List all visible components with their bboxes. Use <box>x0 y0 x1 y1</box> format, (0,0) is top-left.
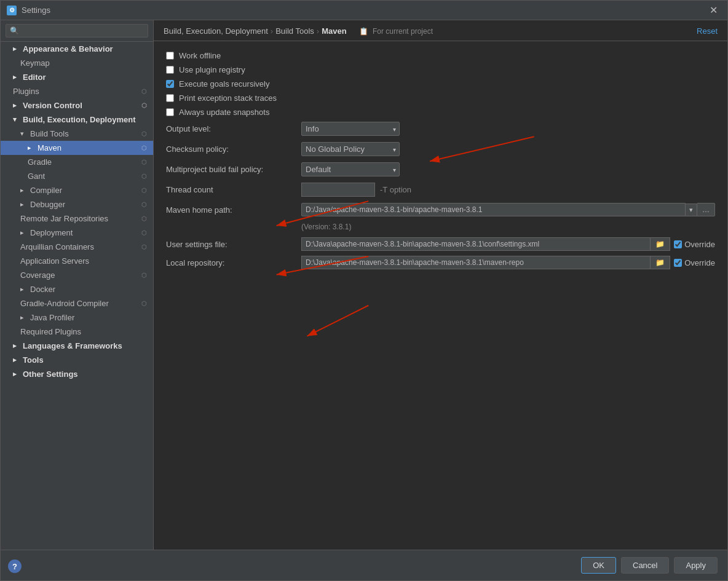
sidebar-item-deployment[interactable]: ▸ Deployment ⬡ <box>1 226 153 240</box>
maven-home-path-label: Maven home path: <box>166 205 301 215</box>
output-level-label: Output level: <box>166 124 301 133</box>
apply-button[interactable]: Apply <box>674 557 718 574</box>
expand-icon-compiler: ▸ <box>20 186 28 194</box>
always-update-label: Always update snapshots <box>179 108 269 117</box>
compiler-badge: ⬡ <box>140 186 148 195</box>
user-settings-file-input[interactable] <box>301 237 651 251</box>
expand-icon-docker: ▸ <box>20 285 28 293</box>
sidebar-item-editor[interactable]: ▸ Editor <box>1 70 153 84</box>
breadcrumb-path: Build, Execution, Deployment › Build Too… <box>164 26 433 36</box>
local-repository-label: Local repository: <box>166 258 301 267</box>
checksum-policy-select-wrapper: No Global Policy Fail Warn Ignore <box>301 142 400 156</box>
checksum-policy-row: Checksum policy: No Global Policy Fail W… <box>166 142 715 156</box>
maven-home-path-controls: ▾ … <box>301 203 715 216</box>
always-update-checkbox[interactable] <box>166 108 174 116</box>
output-level-select[interactable]: Info Debug Error Warning <box>301 122 400 136</box>
checkbox-execute-goals: Execute goals recursively <box>166 79 715 89</box>
expand-icon-vc: ▸ <box>13 101 20 109</box>
output-level-select-wrapper: Info Debug Error Warning <box>301 122 400 136</box>
main-panel: Build, Execution, Deployment › Build Too… <box>154 20 727 550</box>
user-settings-override-checkbox[interactable] <box>674 240 682 248</box>
app-icon: ⚙ <box>7 6 17 15</box>
sidebar-item-keymap[interactable]: Keymap <box>1 56 153 70</box>
expand-icon-bed: ▾ <box>13 116 20 124</box>
execute-goals-checkbox[interactable] <box>166 80 174 88</box>
sidebar-item-plugins[interactable]: Plugins ⬡ <box>1 84 153 98</box>
for-current-project: 📋 For current project <box>359 27 433 36</box>
output-level-row: Output level: Info Debug Error Warning <box>166 122 715 136</box>
sidebar-item-languages[interactable]: ▸ Languages & Frameworks <box>1 339 153 353</box>
form-area: Work offline Use plugin registry Execute… <box>154 41 727 550</box>
multiproject-policy-select[interactable]: Default Fail at End Fail Fast Never Fail <box>301 162 400 176</box>
gradle-android-badge: ⬡ <box>140 299 148 308</box>
local-repository-override-label: Override <box>684 258 715 267</box>
sidebar-item-remote-jar[interactable]: Remote Jar Repositories ⬡ <box>1 211 153 226</box>
expand-icon-bt: ▾ <box>20 130 28 138</box>
sidebar-item-docker[interactable]: ▸ Docker <box>1 282 153 296</box>
sidebar-item-debugger[interactable]: ▸ Debugger ⬡ <box>1 197 153 211</box>
local-repository-row: Local repository: 📁 Override <box>166 256 715 269</box>
gant-badge: ⬡ <box>140 172 148 181</box>
local-repository-browse-button[interactable]: 📁 <box>651 256 670 269</box>
expand-icon: ▸ <box>13 45 20 53</box>
vc-badge: ⬡ <box>140 101 148 110</box>
close-button[interactable]: ✕ <box>706 3 721 17</box>
local-repository-override-checkbox[interactable] <box>674 259 682 267</box>
svg-line-3 <box>307 306 368 336</box>
expand-icon-other: ▸ <box>13 370 20 378</box>
bt-badge: ⬡ <box>140 130 148 138</box>
breadcrumb-part2: Build Tools <box>275 26 314 36</box>
maven-home-path-row: Maven home path: ▾ … <box>166 203 715 216</box>
sidebar-item-gradle-android[interactable]: Gradle-Android Compiler ⬡ <box>1 296 153 310</box>
sidebar-item-tools[interactable]: ▸ Tools <box>1 353 153 367</box>
sidebar-item-other-settings[interactable]: ▸ Other Settings <box>1 367 153 381</box>
sidebar-item-maven[interactable]: ▸ Maven ⬡ <box>1 141 153 155</box>
breadcrumb-part3: Maven <box>322 26 346 36</box>
sidebar-item-required-plugins[interactable]: Required Plugins <box>1 325 153 339</box>
sidebar-item-compiler[interactable]: ▸ Compiler ⬡ <box>1 183 153 197</box>
help-button[interactable]: ? <box>8 559 22 573</box>
sidebar-item-build-exec-deploy[interactable]: ▾ Build, Execution, Deployment <box>1 113 153 127</box>
checkbox-always-update: Always update snapshots <box>166 108 715 117</box>
user-settings-file-browse-button[interactable]: 📁 <box>651 237 670 251</box>
sidebar-item-version-control[interactable]: ▸ Version Control ⬡ <box>1 98 153 113</box>
checkbox-print-exceptions: Print exception stack traces <box>166 93 715 103</box>
breadcrumb-sep1: › <box>271 26 273 36</box>
sidebar-item-java-profiler[interactable]: ▸ Java Profiler <box>1 310 153 325</box>
sidebar-item-coverage[interactable]: Coverage ⬡ <box>1 268 153 282</box>
maven-home-path-browse-button[interactable]: … <box>697 203 715 216</box>
maven-home-path-input[interactable] <box>301 203 686 216</box>
debugger-badge: ⬡ <box>140 200 148 209</box>
sidebar-item-build-tools[interactable]: ▾ Build Tools ⬡ <box>1 127 153 141</box>
expand-icon-editor: ▸ <box>13 73 20 81</box>
sidebar-item-appearance[interactable]: ▸ Appearance & Behavior <box>1 42 153 56</box>
work-offline-label: Work offline <box>179 51 221 60</box>
print-exceptions-label: Print exception stack traces <box>179 93 277 103</box>
local-repository-input[interactable] <box>301 256 651 269</box>
search-input[interactable] <box>6 24 148 38</box>
checksum-policy-select[interactable]: No Global Policy Fail Warn Ignore <box>301 142 400 156</box>
cancel-button[interactable]: Cancel <box>621 557 669 574</box>
ok-button[interactable]: OK <box>581 557 616 574</box>
print-exceptions-checkbox[interactable] <box>166 94 174 102</box>
reset-button[interactable]: Reset <box>697 26 718 36</box>
breadcrumb-sep2: › <box>317 26 319 36</box>
maven-badge: ⬡ <box>140 144 148 152</box>
thread-count-input[interactable] <box>301 183 375 197</box>
multiproject-policy-select-wrapper: Default Fail at End Fail Fast Never Fail <box>301 162 400 176</box>
expand-icon-profiler: ▸ <box>20 314 28 322</box>
maven-home-path-dropdown-button[interactable]: ▾ <box>686 204 697 216</box>
work-offline-checkbox[interactable] <box>166 52 174 60</box>
use-plugin-registry-checkbox[interactable] <box>166 66 174 74</box>
sidebar-item-gant[interactable]: Gant ⬡ <box>1 169 153 183</box>
gradle-badge: ⬡ <box>140 158 148 167</box>
checksum-policy-label: Checksum policy: <box>166 144 301 154</box>
multiproject-policy-row: Multiproject build fail policy: Default … <box>166 162 715 176</box>
remote-jar-badge: ⬡ <box>140 215 148 223</box>
sidebar-item-app-servers[interactable]: Application Servers <box>1 254 153 268</box>
sidebar-item-arquillian[interactable]: Arquillian Containers ⬡ <box>1 240 153 254</box>
user-settings-file-label: User settings file: <box>166 240 301 249</box>
user-settings-override-label: Override <box>684 240 715 249</box>
sidebar-item-gradle[interactable]: Gradle ⬡ <box>1 155 153 169</box>
title-bar: ⚙ Settings ✕ <box>1 1 727 20</box>
